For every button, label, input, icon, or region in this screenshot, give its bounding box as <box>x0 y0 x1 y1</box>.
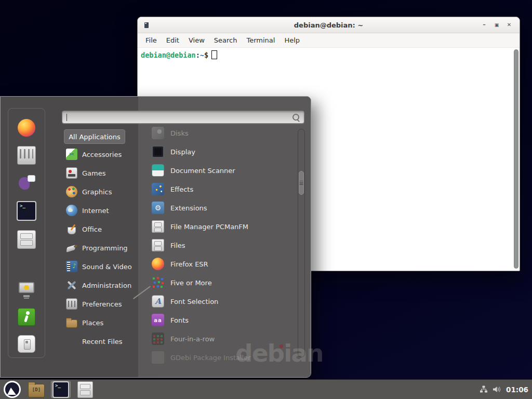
terminal-menu-help[interactable]: Help <box>280 36 304 44</box>
taskbar: 01:06 <box>0 379 532 399</box>
favorite-shutdown-button[interactable] <box>18 335 35 353</box>
favorite-logout-button[interactable] <box>18 308 35 326</box>
none-icon <box>66 336 77 347</box>
app-item-label: Fonts <box>170 316 189 324</box>
taskbar-terminal-button[interactable] <box>51 381 71 398</box>
fonts-icon <box>152 314 164 326</box>
category-sound-video[interactable]: Sound & Video <box>64 257 143 276</box>
terminal-menu-file[interactable]: File <box>141 36 162 44</box>
app-item-label: Files <box>170 242 185 249</box>
favorite-lock-screen-button[interactable] <box>18 281 35 299</box>
category-internet[interactable]: Internet <box>64 201 143 220</box>
category-label: Office <box>82 225 102 233</box>
document-scanner-icon <box>152 164 164 177</box>
category-office[interactable]: Office <box>64 220 143 238</box>
category-administration[interactable]: Administration <box>64 276 143 295</box>
terminal-prompt: debian@debian:~$ <box>141 50 217 59</box>
font-selection-icon <box>152 295 164 308</box>
category-label: Games <box>82 169 105 177</box>
all-applications-label: All Applications <box>69 133 121 141</box>
category-programming[interactable]: Programming <box>64 238 143 257</box>
app-item-display[interactable]: Display <box>150 142 296 161</box>
taskbar-menu-button[interactable] <box>2 381 22 398</box>
terminal-menu-search[interactable]: Search <box>209 36 242 44</box>
taskbar-file-manager-button[interactable] <box>75 381 95 398</box>
disks-icon <box>152 127 164 139</box>
category-games[interactable]: Games <box>64 164 143 182</box>
preferences-icon <box>66 298 77 310</box>
close-button-icon[interactable] <box>503 17 515 33</box>
app-item-four-in-a-row[interactable]: Four-in-a-row <box>150 329 296 348</box>
app-item-extensions[interactable]: Extensions <box>150 198 296 217</box>
app-item-effects[interactable]: Effects <box>150 180 296 198</box>
app-item-label: Firefox ESR <box>170 260 208 268</box>
taskbar-launchers <box>2 380 95 399</box>
terminal-menu-view[interactable]: View <box>184 36 209 44</box>
favorite-file-manager-button[interactable] <box>17 230 36 249</box>
all-applications-button[interactable]: All Applications <box>64 129 125 144</box>
administration-icon <box>66 280 77 291</box>
display-icon <box>152 145 164 158</box>
terminal-menu-edit[interactable]: Edit <box>162 36 184 44</box>
terminal-scrollbar[interactable] <box>514 49 518 269</box>
terminal-titlebar[interactable]: debian@debian: ~ <box>138 17 520 33</box>
file-manager-icon <box>152 220 164 233</box>
menu-icon <box>4 381 21 398</box>
file-manager-icon <box>77 381 93 398</box>
volume-icon[interactable] <box>493 385 501 393</box>
network-icon[interactable] <box>480 385 488 393</box>
app-item-label: Extensions <box>170 204 207 212</box>
favorite-pidgin-button[interactable] <box>18 174 35 192</box>
menu-scrollbar-thumb[interactable] <box>299 171 304 195</box>
taskbar-tray: 01:06 <box>480 380 528 399</box>
prompt-colon: : <box>196 51 200 59</box>
category-accessories[interactable]: Accessories <box>64 145 143 164</box>
terminal-menu-terminal[interactable]: Terminal <box>242 36 280 44</box>
category-places[interactable]: Places <box>64 313 143 332</box>
maximize-button-icon[interactable] <box>490 17 503 33</box>
desktop-folder-icon <box>28 384 45 397</box>
effects-icon <box>152 183 164 195</box>
text-caret <box>66 114 67 121</box>
app-item-firefox-esr[interactable]: Firefox ESR <box>150 255 296 273</box>
terminal-icon <box>52 381 69 398</box>
category-preferences[interactable]: Preferences <box>64 295 143 313</box>
terminal-cursor <box>211 50 217 59</box>
app-item-document-scanner[interactable]: Document Scanner <box>150 161 296 180</box>
terminal-title: debian@debian: ~ <box>138 21 520 29</box>
app-item-file-manager-pcmanfm[interactable]: File Manager PCManFM <box>150 217 296 236</box>
search-input[interactable] <box>62 111 304 124</box>
favorite-control-center-button[interactable] <box>17 146 36 165</box>
games-icon <box>66 167 77 179</box>
app-item-five-or-more[interactable]: Five or More <box>150 273 296 292</box>
places-icon <box>66 320 77 328</box>
app-item-label: Five or More <box>170 279 212 287</box>
terminal-menubar: FileEditViewSearchTerminalHelp <box>138 33 520 48</box>
app-item-label: GDebi Package Installer <box>170 354 251 362</box>
app-item-files[interactable]: Files <box>150 236 296 255</box>
office-icon <box>66 223 77 235</box>
app-item-font-selection[interactable]: Font Selection <box>150 292 296 311</box>
app-item-label: Display <box>170 148 195 156</box>
applications-menu: debian All Applications AccessoriesGames… <box>0 96 311 378</box>
category-recent-files[interactable]: Recent Files <box>64 332 143 351</box>
graphics-icon <box>66 186 77 197</box>
app-item-label: Effects <box>170 185 193 193</box>
magnifier-icon <box>292 114 299 121</box>
clock[interactable]: 01:06 <box>506 385 528 394</box>
category-graphics[interactable]: Graphics <box>64 182 143 201</box>
favorite-terminal-button[interactable] <box>17 201 36 221</box>
taskbar-desktop-folder-button[interactable] <box>26 381 46 398</box>
menu-scrollbar[interactable] <box>298 129 305 357</box>
app-item-fonts[interactable]: Fonts <box>150 311 296 329</box>
prompt-dollar: $ <box>204 51 208 59</box>
files-icon <box>152 239 164 251</box>
favorite-firefox-button[interactable] <box>18 119 35 137</box>
minimize-button-icon[interactable] <box>478 17 490 33</box>
favorites-sidebar <box>8 108 45 358</box>
terminal-scrollbar-thumb[interactable] <box>514 49 518 269</box>
app-item-gdebi-package-installer[interactable]: GDebi Package Installer <box>150 348 296 367</box>
app-item-label: Disks <box>170 129 189 137</box>
app-item-label: Four-in-a-row <box>170 335 215 343</box>
app-item-disks[interactable]: Disks <box>150 124 296 142</box>
